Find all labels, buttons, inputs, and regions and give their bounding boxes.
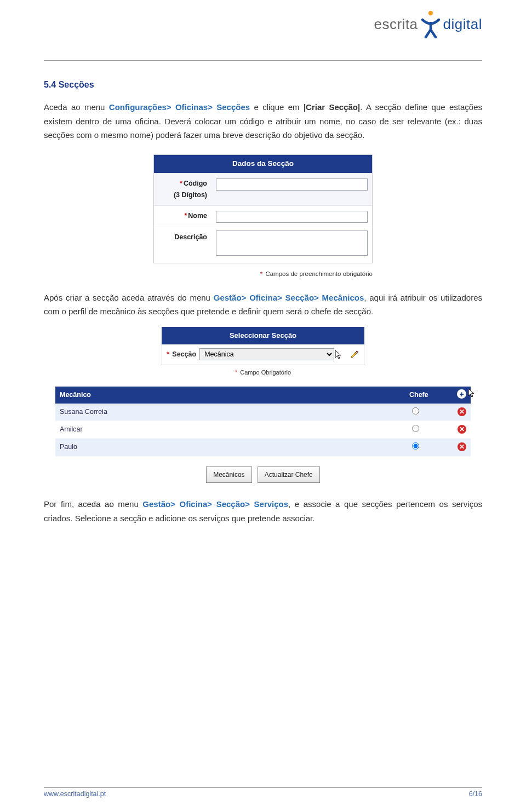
table-row: Paulo✕ — [55, 439, 471, 456]
svg-point-0 — [428, 11, 432, 15]
cell-mecanico: Paulo — [60, 441, 409, 453]
add-icon[interactable]: + — [457, 389, 466, 399]
table-mecanicos: Mecânico Chefe + Susana Correia✕Amilcar✕… — [55, 387, 471, 457]
mecanicos-button[interactable]: Mecânicos — [206, 467, 251, 483]
paragraph-3: Por fim, aceda ao menu Gestão> Oficina> … — [44, 497, 482, 525]
required-icon: * — [167, 350, 169, 358]
logo-word-2: digital — [443, 16, 482, 33]
label-descricao: Descrição — [154, 227, 211, 263]
radio-chefe[interactable] — [412, 442, 419, 450]
footer-site: www.escritadigital.pt — [44, 790, 106, 798]
paragraph-1: Aceda ao menu Configurações> Oficinas> S… — [44, 100, 482, 142]
required-icon: * — [260, 270, 262, 277]
cursor-icon — [334, 350, 343, 364]
page-footer: www.escritadigital.pt 6/16 — [44, 787, 482, 798]
menu-path-link: Configurações> Oficinas> Secções — [109, 102, 250, 112]
edit-icon[interactable] — [350, 349, 359, 359]
label-seccao: * Secção — [167, 349, 196, 360]
paragraph-2: Após criar a secção aceda através do men… — [44, 291, 482, 319]
sel-title: Seleccionar Secção — [162, 327, 364, 344]
delete-icon[interactable]: ✕ — [458, 407, 466, 416]
cell-mecanico: Amilcar — [60, 424, 409, 435]
form-title: Dados da Secção — [154, 155, 372, 173]
table-row: Amilcar✕ — [55, 421, 471, 439]
section-heading: 5.4 Secções — [44, 77, 482, 92]
menu-path-link: Gestão> Oficina> Secção> Mecânicos — [214, 293, 364, 302]
delete-icon[interactable]: ✕ — [458, 425, 466, 434]
logo-word-1: escrita — [374, 16, 418, 33]
header-rule — [44, 60, 482, 61]
required-icon: * — [184, 212, 187, 220]
header-logo: escrita digital — [374, 10, 482, 38]
cursor-icon — [467, 388, 476, 402]
footer-page: 6/16 — [469, 790, 482, 798]
input-nome[interactable] — [216, 211, 368, 223]
col-header-mecanico: Mecânico — [60, 389, 409, 401]
sel-required-note: * Campo Obrigatório — [162, 367, 364, 378]
required-icon: * — [235, 369, 237, 376]
col-header-chefe: Chefe — [409, 389, 448, 401]
cell-mecanico: Susana Correia — [60, 406, 409, 418]
textarea-descricao[interactable] — [216, 231, 368, 256]
action-bold: |Criar Secção| — [304, 102, 360, 112]
radio-chefe[interactable] — [412, 425, 419, 432]
delete-icon[interactable]: ✕ — [458, 442, 466, 451]
radio-chefe[interactable] — [412, 407, 419, 414]
label-codigo: *Código (3 Dígitos) — [154, 174, 211, 206]
actualizar-chefe-button[interactable]: Actualizar Chefe — [258, 467, 320, 483]
form-seleccionar-seccao: Seleccionar Secção * Secção Mecânica — [162, 327, 364, 365]
person-icon — [419, 10, 442, 38]
input-codigo[interactable] — [216, 178, 368, 191]
required-icon: * — [180, 180, 182, 187]
select-seccao[interactable]: Mecânica — [199, 348, 334, 360]
menu-path-link: Gestão> Oficina> Secção> Serviços — [142, 499, 288, 509]
label-nome: *Nome — [154, 206, 211, 227]
form-required-note: * Campos de preenchimento obrigatório — [153, 269, 373, 280]
button-row: Mecânicos Actualizar Chefe — [44, 467, 482, 483]
table-row: Susana Correia✕ — [55, 404, 471, 421]
form-dados-seccao: Dados da Secção *Código (3 Dígitos) *Nom… — [153, 154, 373, 263]
